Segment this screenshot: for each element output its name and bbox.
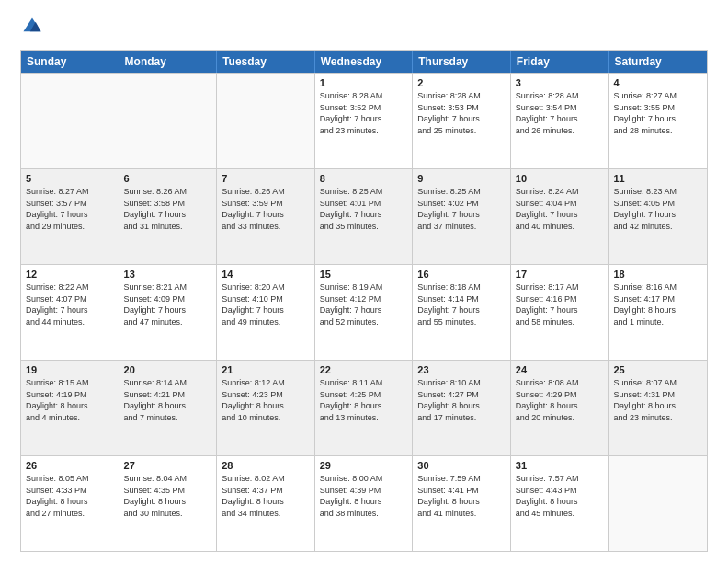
cal-cell-day-31: 31Sunrise: 7:57 AM Sunset: 4:43 PM Dayli… [511, 456, 609, 551]
calendar-body: 1Sunrise: 8:28 AM Sunset: 3:52 PM Daylig… [21, 73, 707, 551]
day-number: 21 [222, 364, 310, 375]
cal-cell-day-18: 18Sunrise: 8:16 AM Sunset: 4:17 PM Dayli… [609, 265, 707, 360]
day-number: 5 [26, 173, 114, 184]
day-number: 31 [516, 460, 604, 471]
day-number: 22 [320, 364, 408, 375]
cell-info: Sunrise: 8:18 AM Sunset: 4:14 PM Dayligh… [417, 282, 506, 327]
day-number: 1 [320, 77, 408, 88]
calendar-row-3: 19Sunrise: 8:15 AM Sunset: 4:19 PM Dayli… [21, 360, 707, 455]
day-number: 9 [417, 173, 506, 184]
cal-cell-day-10: 10Sunrise: 8:24 AM Sunset: 4:04 PM Dayli… [511, 169, 609, 264]
day-number: 6 [124, 173, 212, 184]
cell-info: Sunrise: 7:59 AM Sunset: 4:41 PM Dayligh… [417, 473, 506, 519]
cal-cell-day-23: 23Sunrise: 8:10 AM Sunset: 4:27 PM Dayli… [413, 361, 511, 455]
cal-cell-day-8: 8Sunrise: 8:25 AM Sunset: 4:01 PM Daylig… [315, 169, 414, 264]
cell-info: Sunrise: 7:57 AM Sunset: 4:43 PM Dayligh… [516, 473, 604, 519]
cell-info: Sunrise: 8:20 AM Sunset: 4:10 PM Dayligh… [222, 282, 310, 327]
day-number: 23 [417, 364, 506, 375]
day-number: 3 [516, 77, 604, 88]
cal-cell-day-20: 20Sunrise: 8:14 AM Sunset: 4:21 PM Dayli… [119, 361, 218, 455]
cal-cell-day-14: 14Sunrise: 8:20 AM Sunset: 4:10 PM Dayli… [217, 265, 315, 360]
header-day-thursday: Thursday [413, 51, 511, 73]
calendar-row-4: 26Sunrise: 8:05 AM Sunset: 4:33 PM Dayli… [21, 455, 707, 551]
cal-cell-day-4: 4Sunrise: 8:27 AM Sunset: 3:55 PM Daylig… [609, 74, 707, 168]
cal-cell-empty [609, 456, 707, 551]
day-number: 7 [222, 173, 310, 184]
cell-info: Sunrise: 8:24 AM Sunset: 4:04 PM Dayligh… [516, 186, 604, 232]
day-number: 11 [613, 173, 702, 184]
cal-cell-day-15: 15Sunrise: 8:19 AM Sunset: 4:12 PM Dayli… [315, 265, 414, 360]
cell-info: Sunrise: 8:17 AM Sunset: 4:16 PM Dayligh… [516, 282, 604, 327]
day-number: 2 [417, 77, 506, 88]
page: SundayMondayTuesdayWednesdayThursdayFrid… [0, 0, 728, 563]
cell-info: Sunrise: 8:25 AM Sunset: 4:02 PM Dayligh… [417, 186, 506, 232]
day-number: 8 [320, 173, 408, 184]
calendar-row-2: 12Sunrise: 8:22 AM Sunset: 4:07 PM Dayli… [21, 264, 707, 360]
cell-info: Sunrise: 8:26 AM Sunset: 3:58 PM Dayligh… [124, 186, 212, 232]
cell-info: Sunrise: 8:02 AM Sunset: 4:37 PM Dayligh… [222, 473, 310, 519]
cal-cell-empty [21, 74, 119, 168]
cal-cell-day-28: 28Sunrise: 8:02 AM Sunset: 4:37 PM Dayli… [217, 456, 315, 551]
cal-cell-day-11: 11Sunrise: 8:23 AM Sunset: 4:05 PM Dayli… [609, 169, 707, 264]
day-number: 27 [124, 460, 212, 471]
cal-cell-day-25: 25Sunrise: 8:07 AM Sunset: 4:31 PM Dayli… [609, 361, 707, 455]
cal-cell-day-29: 29Sunrise: 8:00 AM Sunset: 4:39 PM Dayli… [315, 456, 414, 551]
header-day-wednesday: Wednesday [315, 51, 414, 73]
day-number: 12 [26, 269, 114, 280]
day-number: 30 [417, 460, 506, 471]
cal-cell-day-7: 7Sunrise: 8:26 AM Sunset: 3:59 PM Daylig… [217, 169, 315, 264]
header-day-saturday: Saturday [609, 51, 707, 73]
day-number: 24 [516, 364, 604, 375]
cal-cell-day-26: 26Sunrise: 8:05 AM Sunset: 4:33 PM Dayli… [21, 456, 119, 551]
cal-cell-day-27: 27Sunrise: 8:04 AM Sunset: 4:35 PM Dayli… [119, 456, 218, 551]
cal-cell-day-17: 17Sunrise: 8:17 AM Sunset: 4:16 PM Dayli… [511, 265, 609, 360]
cal-cell-day-3: 3Sunrise: 8:28 AM Sunset: 3:54 PM Daylig… [511, 74, 609, 168]
day-number: 16 [417, 269, 506, 280]
logo [20, 17, 42, 40]
cell-info: Sunrise: 8:22 AM Sunset: 4:07 PM Dayligh… [26, 282, 114, 327]
day-number: 26 [26, 460, 114, 471]
day-number: 20 [124, 364, 212, 375]
cal-cell-day-13: 13Sunrise: 8:21 AM Sunset: 4:09 PM Dayli… [119, 265, 218, 360]
day-number: 15 [320, 269, 408, 280]
day-number: 17 [516, 269, 604, 280]
header-day-monday: Monday [119, 51, 218, 73]
header-day-tuesday: Tuesday [217, 51, 315, 73]
cell-info: Sunrise: 8:26 AM Sunset: 3:59 PM Dayligh… [222, 186, 310, 232]
day-number: 4 [613, 77, 702, 88]
day-number: 28 [222, 460, 310, 471]
cell-info: Sunrise: 8:07 AM Sunset: 4:31 PM Dayligh… [613, 377, 702, 423]
cell-info: Sunrise: 8:27 AM Sunset: 3:55 PM Dayligh… [613, 90, 702, 136]
calendar-row-1: 5Sunrise: 8:27 AM Sunset: 3:57 PM Daylig… [21, 168, 707, 264]
cal-cell-day-2: 2Sunrise: 8:28 AM Sunset: 3:53 PM Daylig… [413, 74, 511, 168]
day-number: 19 [26, 364, 114, 375]
cal-cell-day-1: 1Sunrise: 8:28 AM Sunset: 3:52 PM Daylig… [315, 74, 414, 168]
calendar-header: SundayMondayTuesdayWednesdayThursdayFrid… [21, 51, 707, 73]
calendar: SundayMondayTuesdayWednesdayThursdayFrid… [20, 50, 708, 552]
cell-info: Sunrise: 8:21 AM Sunset: 4:09 PM Dayligh… [124, 282, 212, 327]
day-number: 29 [320, 460, 408, 471]
cal-cell-day-9: 9Sunrise: 8:25 AM Sunset: 4:02 PM Daylig… [413, 169, 511, 264]
cell-info: Sunrise: 8:04 AM Sunset: 4:35 PM Dayligh… [124, 473, 212, 519]
day-number: 25 [613, 364, 702, 375]
cell-info: Sunrise: 8:25 AM Sunset: 4:01 PM Dayligh… [320, 186, 408, 232]
cell-info: Sunrise: 8:23 AM Sunset: 4:05 PM Dayligh… [613, 186, 702, 232]
cal-cell-day-6: 6Sunrise: 8:26 AM Sunset: 3:58 PM Daylig… [119, 169, 218, 264]
calendar-row-0: 1Sunrise: 8:28 AM Sunset: 3:52 PM Daylig… [21, 73, 707, 168]
cal-cell-empty [119, 74, 218, 168]
cell-info: Sunrise: 8:19 AM Sunset: 4:12 PM Dayligh… [320, 282, 408, 327]
day-number: 13 [124, 269, 212, 280]
day-number: 14 [222, 269, 310, 280]
cell-info: Sunrise: 8:28 AM Sunset: 3:52 PM Dayligh… [320, 90, 408, 136]
header-day-sunday: Sunday [21, 51, 119, 73]
cal-cell-day-22: 22Sunrise: 8:11 AM Sunset: 4:25 PM Dayli… [315, 361, 414, 455]
logo-icon [22, 17, 42, 37]
cell-info: Sunrise: 8:00 AM Sunset: 4:39 PM Dayligh… [320, 473, 408, 519]
cell-info: Sunrise: 8:05 AM Sunset: 4:33 PM Dayligh… [26, 473, 114, 519]
header-day-friday: Friday [511, 51, 609, 73]
cal-cell-day-5: 5Sunrise: 8:27 AM Sunset: 3:57 PM Daylig… [21, 169, 119, 264]
cell-info: Sunrise: 8:28 AM Sunset: 3:53 PM Dayligh… [417, 90, 506, 136]
cal-cell-day-12: 12Sunrise: 8:22 AM Sunset: 4:07 PM Dayli… [21, 265, 119, 360]
cal-cell-day-16: 16Sunrise: 8:18 AM Sunset: 4:14 PM Dayli… [413, 265, 511, 360]
cal-cell-day-24: 24Sunrise: 8:08 AM Sunset: 4:29 PM Dayli… [511, 361, 609, 455]
